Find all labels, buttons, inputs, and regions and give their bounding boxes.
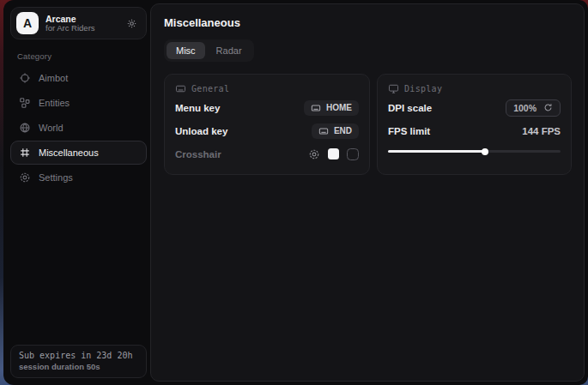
menu-key-bind-button[interactable]: HOME [304,100,359,116]
display-card: Display DPI scale 100% [377,74,572,175]
sidebar-item-aimbot[interactable]: Aimbot [10,66,147,90]
fps-limit-row: FPS limit 144 FPS [388,121,561,141]
app-subtitle: for Arc Riders [45,24,119,33]
display-card-header: Display [388,83,561,94]
unload-key-value: END [334,126,352,135]
menu-key-row: Menu key HOME [175,98,359,117]
sidebar-item-label: World [39,123,64,133]
display-card-title: Display [404,84,442,93]
crosshair-row: Crosshair [175,144,359,164]
tab-misc[interactable]: Misc [167,42,205,59]
sidebar-item-world[interactable]: World [10,116,147,140]
menu-key-value: HOME [326,103,352,112]
unload-key-label: Unload key [175,126,227,136]
sidebar-item-label: Settings [39,172,73,183]
subscription-footer: Sub expires in 23d 20h session duration … [10,345,147,378]
session-duration-text: session duration 50s [19,362,138,371]
sidebar-item-label: Aimbot [39,73,68,83]
fps-limit-label: FPS limit [388,126,430,136]
general-card: General Menu key HOME [164,74,370,175]
keyboard-icon [311,103,321,113]
crosshair-settings-gear-icon[interactable] [308,148,320,160]
avatar: A [16,12,39,34]
sub-expiry-text: Sub expires in 23d 20h [19,351,138,360]
general-card-title: General [191,84,229,93]
grid-hash-icon [19,147,31,159]
cycle-icon [543,103,553,112]
crosshair-label: Crosshair [175,149,221,159]
menu-key-label: Menu key [175,103,220,113]
sidebar-item-label: Miscellaneous [39,147,99,158]
fps-limit-slider[interactable] [388,145,561,157]
dpi-scale-row: DPI scale 100% [388,98,561,117]
fps-slider-fill [388,150,485,153]
profile-text: Arcane for Arc Riders [45,14,119,33]
gear-icon [19,171,31,183]
tab-bar: Misc Radar [164,39,254,62]
profile-card[interactable]: A Arcane for Arc Riders [10,7,147,39]
sidebar-item-label: Entities [39,98,70,108]
dpi-scale-stepper[interactable]: 100% [506,99,561,117]
unload-key-bind-button[interactable]: END [312,123,359,139]
keyboard-icon [318,126,329,136]
slider-thumb[interactable] [482,148,488,155]
sidebar-item-miscellaneous[interactable]: Miscellaneous [10,141,147,165]
dpi-scale-value: 100% [513,103,536,113]
cards-row: General Menu key HOME [164,74,572,175]
sidebar: A Arcane for Arc Riders Category [3,0,150,385]
dpi-scale-label: DPI scale [388,103,432,113]
keyboard-icon [175,83,186,94]
category-label: Category [17,51,150,61]
general-card-header: General [175,83,359,94]
crosshair-checkbox[interactable] [347,148,359,160]
crosshair-controls [308,148,359,160]
tab-radar[interactable]: Radar [207,42,252,59]
main-panel: Miscellaneous Misc Radar General [150,3,585,382]
crosshair-color-swatch[interactable] [328,148,339,159]
page-title: Miscellaneous [164,16,572,29]
app-title: Arcane [45,14,119,24]
profile-gear-icon[interactable] [126,18,137,29]
entities-icon [19,97,31,109]
sidebar-item-entities[interactable]: Entities [10,91,147,115]
crosshair-icon [19,72,31,84]
globe-icon [19,122,31,134]
unload-key-row: Unload key END [175,121,359,141]
sidebar-item-settings[interactable]: Settings [10,165,147,189]
sidebar-nav: Aimbot Entities [7,66,150,189]
fps-limit-value: 144 FPS [522,126,561,136]
monitor-icon [388,83,399,94]
app-window: A Arcane for Arc Riders Category [3,0,588,385]
